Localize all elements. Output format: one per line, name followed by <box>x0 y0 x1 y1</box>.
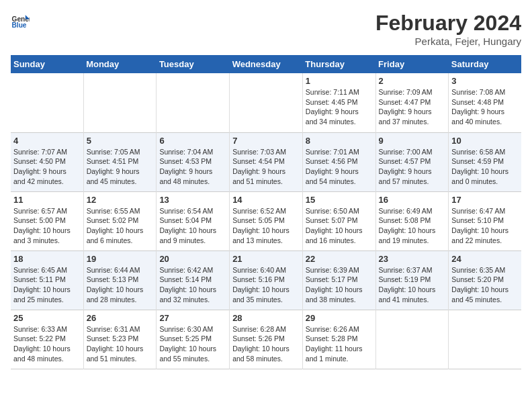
calendar-subtitle: Perkata, Fejer, Hungary <box>375 36 521 47</box>
calendar-cell-week3-day6: 17Sunrise: 6:47 AM Sunset: 5:10 PM Dayli… <box>449 191 521 250</box>
day-number: 2 <box>379 76 446 86</box>
weekday-header-friday: Friday <box>375 55 449 73</box>
calendar-cell-week1-day1 <box>83 73 157 132</box>
day-info: Sunrise: 6:40 AM Sunset: 5:16 PM Dayligh… <box>232 265 300 305</box>
calendar-cell-week2-day4: 8Sunrise: 7:01 AM Sunset: 4:56 PM Daylig… <box>302 132 375 191</box>
calendar-cell-week5-day5 <box>375 310 449 369</box>
day-number: 13 <box>159 195 226 205</box>
day-info: Sunrise: 7:05 AM Sunset: 4:51 PM Dayligh… <box>87 147 154 187</box>
day-info: Sunrise: 7:07 AM Sunset: 4:50 PM Dayligh… <box>13 147 81 187</box>
day-number: 6 <box>159 136 226 146</box>
day-info: Sunrise: 6:54 AM Sunset: 5:04 PM Dayligh… <box>159 206 226 246</box>
calendar-cell-week4-day2: 20Sunrise: 6:42 AM Sunset: 5:14 PM Dayli… <box>157 250 230 310</box>
day-number: 18 <box>13 254 81 264</box>
day-number: 21 <box>232 254 300 264</box>
calendar-cell-week4-day0: 18Sunrise: 6:45 AM Sunset: 5:11 PM Dayli… <box>11 250 83 310</box>
calendar-cell-week3-day3: 14Sunrise: 6:52 AM Sunset: 5:05 PM Dayli… <box>230 191 303 250</box>
logo: General Blue <box>11 11 30 30</box>
calendar-cell-week3-day4: 15Sunrise: 6:50 AM Sunset: 5:07 PM Dayli… <box>302 191 375 250</box>
day-info: Sunrise: 6:35 AM Sunset: 5:20 PM Dayligh… <box>451 265 519 305</box>
day-number: 3 <box>451 76 519 86</box>
day-info: Sunrise: 7:03 AM Sunset: 4:54 PM Dayligh… <box>232 147 300 187</box>
weekday-header-tuesday: Tuesday <box>157 55 230 73</box>
calendar-cell-week1-day4: 1Sunrise: 7:11 AM Sunset: 4:45 PM Daylig… <box>302 73 375 132</box>
calendar-cell-week4-day3: 21Sunrise: 6:40 AM Sunset: 5:16 PM Dayli… <box>230 250 303 310</box>
day-info: Sunrise: 6:26 AM Sunset: 5:28 PM Dayligh… <box>306 324 373 364</box>
day-number: 7 <box>232 136 300 146</box>
calendar-header-row: SundayMondayTuesdayWednesdayThursdayFrid… <box>11 55 521 73</box>
week-row-4: 18Sunrise: 6:45 AM Sunset: 5:11 PM Dayli… <box>11 250 521 310</box>
day-info: Sunrise: 6:30 AM Sunset: 5:25 PM Dayligh… <box>159 324 226 364</box>
calendar-cell-week5-day3: 28Sunrise: 6:28 AM Sunset: 5:26 PM Dayli… <box>230 310 303 369</box>
calendar-cell-week2-day0: 4Sunrise: 7:07 AM Sunset: 4:50 PM Daylig… <box>11 132 83 191</box>
day-number: 28 <box>232 313 300 323</box>
day-number: 17 <box>451 195 519 205</box>
calendar-cell-week2-day1: 5Sunrise: 7:05 AM Sunset: 4:51 PM Daylig… <box>83 132 157 191</box>
logo-icon: General Blue <box>11 11 30 30</box>
day-info: Sunrise: 6:44 AM Sunset: 5:13 PM Dayligh… <box>87 265 154 305</box>
day-number: 25 <box>13 313 81 323</box>
weekday-header-wednesday: Wednesday <box>230 55 303 73</box>
calendar-cell-week3-day0: 11Sunrise: 6:57 AM Sunset: 5:00 PM Dayli… <box>11 191 83 250</box>
calendar-cell-week3-day2: 13Sunrise: 6:54 AM Sunset: 5:04 PM Dayli… <box>157 191 230 250</box>
calendar-cell-week3-day5: 16Sunrise: 6:49 AM Sunset: 5:08 PM Dayli… <box>375 191 449 250</box>
calendar-cell-week3-day1: 12Sunrise: 6:55 AM Sunset: 5:02 PM Dayli… <box>83 191 157 250</box>
calendar-cell-week4-day4: 22Sunrise: 6:39 AM Sunset: 5:17 PM Dayli… <box>302 250 375 310</box>
day-number: 8 <box>306 136 373 146</box>
week-row-3: 11Sunrise: 6:57 AM Sunset: 5:00 PM Dayli… <box>11 191 521 250</box>
day-number: 4 <box>13 136 81 146</box>
day-number: 26 <box>87 313 154 323</box>
day-number: 10 <box>451 136 519 146</box>
day-number: 22 <box>306 254 373 264</box>
day-number: 16 <box>379 195 446 205</box>
day-info: Sunrise: 7:09 AM Sunset: 4:47 PM Dayligh… <box>379 87 446 127</box>
day-info: Sunrise: 6:42 AM Sunset: 5:14 PM Dayligh… <box>159 265 226 305</box>
day-info: Sunrise: 7:08 AM Sunset: 4:48 PM Dayligh… <box>451 87 519 127</box>
calendar-cell-week4-day1: 19Sunrise: 6:44 AM Sunset: 5:13 PM Dayli… <box>83 250 157 310</box>
title-area: February 2024 Perkata, Fejer, Hungary <box>375 11 521 47</box>
day-info: Sunrise: 6:47 AM Sunset: 5:10 PM Dayligh… <box>451 206 519 246</box>
calendar-cell-week1-day5: 2Sunrise: 7:09 AM Sunset: 4:47 PM Daylig… <box>375 73 449 132</box>
day-info: Sunrise: 7:01 AM Sunset: 4:56 PM Dayligh… <box>306 147 373 187</box>
calendar-cell-week1-day3 <box>230 73 303 132</box>
day-info: Sunrise: 6:58 AM Sunset: 4:59 PM Dayligh… <box>451 147 519 187</box>
calendar-cell-week4-day6: 24Sunrise: 6:35 AM Sunset: 5:20 PM Dayli… <box>449 250 521 310</box>
weekday-header-monday: Monday <box>83 55 157 73</box>
day-number: 1 <box>306 76 373 86</box>
day-info: Sunrise: 6:33 AM Sunset: 5:22 PM Dayligh… <box>13 324 81 364</box>
page-header: General Blue February 2024 Perkata, Feje… <box>11 11 521 47</box>
day-info: Sunrise: 6:39 AM Sunset: 5:17 PM Dayligh… <box>306 265 373 305</box>
calendar-cell-week5-day0: 25Sunrise: 6:33 AM Sunset: 5:22 PM Dayli… <box>11 310 83 369</box>
calendar-cell-week1-day6: 3Sunrise: 7:08 AM Sunset: 4:48 PM Daylig… <box>449 73 521 132</box>
weekday-header-saturday: Saturday <box>449 55 521 73</box>
day-info: Sunrise: 6:49 AM Sunset: 5:08 PM Dayligh… <box>379 206 446 246</box>
day-info: Sunrise: 6:57 AM Sunset: 5:00 PM Dayligh… <box>13 206 81 246</box>
calendar-cell-week2-day3: 7Sunrise: 7:03 AM Sunset: 4:54 PM Daylig… <box>230 132 303 191</box>
weekday-header-sunday: Sunday <box>11 55 83 73</box>
day-number: 9 <box>379 136 446 146</box>
day-number: 11 <box>13 195 81 205</box>
day-info: Sunrise: 6:50 AM Sunset: 5:07 PM Dayligh… <box>306 206 373 246</box>
day-number: 20 <box>159 254 226 264</box>
day-info: Sunrise: 6:28 AM Sunset: 5:26 PM Dayligh… <box>232 324 300 364</box>
day-number: 15 <box>306 195 373 205</box>
day-info: Sunrise: 6:45 AM Sunset: 5:11 PM Dayligh… <box>13 265 81 305</box>
day-number: 19 <box>87 254 154 264</box>
calendar-cell-week2-day2: 6Sunrise: 7:04 AM Sunset: 4:53 PM Daylig… <box>157 132 230 191</box>
calendar-cell-week1-day0 <box>11 73 83 132</box>
week-row-2: 4Sunrise: 7:07 AM Sunset: 4:50 PM Daylig… <box>11 132 521 191</box>
calendar-cell-week5-day6 <box>449 310 521 369</box>
calendar-cell-week5-day2: 27Sunrise: 6:30 AM Sunset: 5:25 PM Dayli… <box>157 310 230 369</box>
day-info: Sunrise: 6:52 AM Sunset: 5:05 PM Dayligh… <box>232 206 300 246</box>
day-number: 23 <box>379 254 446 264</box>
day-number: 29 <box>306 313 373 323</box>
day-info: Sunrise: 6:31 AM Sunset: 5:23 PM Dayligh… <box>87 324 154 364</box>
calendar-table: SundayMondayTuesdayWednesdayThursdayFrid… <box>11 55 521 369</box>
calendar-cell-week5-day1: 26Sunrise: 6:31 AM Sunset: 5:23 PM Dayli… <box>83 310 157 369</box>
calendar-cell-week2-day6: 10Sunrise: 6:58 AM Sunset: 4:59 PM Dayli… <box>449 132 521 191</box>
calendar-cell-week4-day5: 23Sunrise: 6:37 AM Sunset: 5:19 PM Dayli… <box>375 250 449 310</box>
calendar-cell-week5-day4: 29Sunrise: 6:26 AM Sunset: 5:28 PM Dayli… <box>302 310 375 369</box>
calendar-title: February 2024 <box>375 11 521 36</box>
weekday-header-thursday: Thursday <box>302 55 375 73</box>
week-row-1: 1Sunrise: 7:11 AM Sunset: 4:45 PM Daylig… <box>11 73 521 132</box>
